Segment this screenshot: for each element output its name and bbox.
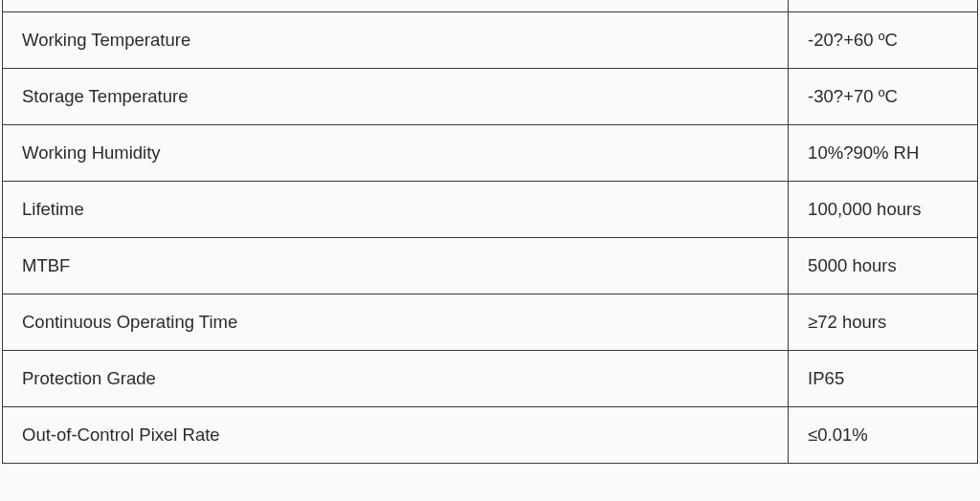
table-row: Protection Grade IP65 <box>3 350 978 406</box>
spec-label: Working Humidity <box>3 124 789 181</box>
header-placeholder-left <box>3 0 789 11</box>
spec-value: -20?+60 ºC <box>789 11 978 68</box>
spec-label: Lifetime <box>3 181 789 237</box>
table-row: MTBF 5000 hours <box>3 237 978 294</box>
table-row: Storage Temperature -30?+70 ºC <box>3 68 978 124</box>
spec-value: IP65 <box>789 350 978 406</box>
spec-value: ≥72 hours <box>789 294 978 350</box>
spec-label: Out-of-Control Pixel Rate <box>3 406 789 463</box>
spec-value: 5000 hours <box>789 237 978 294</box>
spec-table: Working Temperature -20?+60 ºC Storage T… <box>2 0 978 464</box>
table-row: Working Humidity 10%?90% RH <box>3 124 978 181</box>
spec-label: Working Temperature <box>3 11 789 68</box>
spec-value: 100,000 hours <box>789 181 978 237</box>
table-row: Working Temperature -20?+60 ºC <box>3 11 978 68</box>
spec-value: ≤0.01% <box>789 406 978 463</box>
spec-value: 10%?90% RH <box>789 124 978 181</box>
table-row: Lifetime 100,000 hours <box>3 181 978 237</box>
table-row: Continuous Operating Time ≥72 hours <box>3 294 978 350</box>
spec-label: Protection Grade <box>3 350 789 406</box>
spec-label: Continuous Operating Time <box>3 294 789 350</box>
header-placeholder-right <box>789 0 978 11</box>
spec-label: Storage Temperature <box>3 68 789 124</box>
spec-value: -30?+70 ºC <box>789 68 978 124</box>
table-row: Out-of-Control Pixel Rate ≤0.01% <box>3 406 978 463</box>
spec-label: MTBF <box>3 237 789 294</box>
